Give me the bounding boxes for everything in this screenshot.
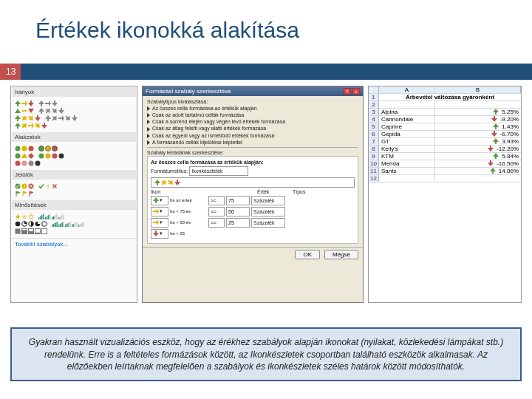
iconset-4ratings-bars[interactable] [38,214,64,219]
value-input[interactable] [226,207,250,216]
row-header[interactable]: 1 [369,94,379,100]
svg-rect-28 [50,214,51,220]
cell[interactable]: Merida [379,160,435,167]
column-header-b[interactable]: B [435,86,521,93]
iconset-4trafficlights[interactable] [38,153,64,159]
iconset-3arrows-colored[interactable] [15,100,34,106]
icon-dropdown[interactable]: ▾ [151,218,168,228]
iconset-3symbols-circled[interactable]: ! [15,183,34,189]
iconset-4arrows-colored[interactable] [15,115,41,121]
table-row: 7 GT 3.93% [369,138,521,146]
iconset-redtoblack[interactable] [15,160,41,166]
cell[interactable] [379,175,435,182]
cell[interactable]: Kelly's [379,146,435,152]
cell[interactable]: 5.84% [435,153,521,160]
sheet-title-cell[interactable]: Árbevétel változása gyáronként [379,94,521,100]
icon-dropdown[interactable]: ▾ [151,229,168,239]
svg-point-7 [16,154,21,159]
rule-type-option[interactable]: Csak a sorrend elején vagy végén lévő ér… [147,119,358,124]
cell[interactable]: 3.93% [435,138,521,145]
rule-type-option[interactable]: Csak az átlag feletti vagy alatti értéke… [147,126,358,131]
iconset-5arrows-gray[interactable] [45,115,78,121]
rule-text: ha az érték [170,198,207,202]
svg-point-14 [29,161,34,166]
row-header[interactable]: 2 [369,101,379,108]
operator-dropdown[interactable]: >= [208,218,225,228]
cell[interactable]: 1.43% [435,123,521,130]
iconset-3arrows-gray[interactable] [38,100,58,106]
gallery-section-header: Irányok [12,87,136,97]
cell[interactable]: -16.50% [435,160,521,167]
iconset-5boxes[interactable] [15,228,47,234]
cancel-button[interactable]: Mégse [324,250,358,259]
iconset-5arrows-colored[interactable] [15,123,47,129]
row-header[interactable]: 7 [369,138,379,145]
svg-point-1 [16,146,21,151]
svg-rect-24 [43,214,44,220]
ok-button[interactable]: OK [295,250,320,259]
iconset-3trafficlights-rimmed[interactable] [38,146,58,151]
row-header[interactable]: 10 [369,160,379,167]
close-button[interactable]: × [352,88,360,95]
iconset-3symbols[interactable]: ! [38,183,58,189]
iconset-3trafficlights[interactable] [15,146,34,151]
column-header-a[interactable]: A [379,86,435,93]
value-input[interactable] [226,218,250,228]
svg-rect-66 [83,222,84,227]
cell[interactable] [435,175,521,182]
row-header[interactable]: 3 [369,109,379,115]
type-dropdown[interactable]: Százalék [251,218,285,228]
cell[interactable]: GT [379,138,435,145]
cell[interactable]: Gepida [379,131,435,137]
icon-dropdown[interactable]: ▾ [151,196,168,205]
rule-type-option[interactable]: A formázandó cellák kijelölése képlettel [147,140,358,145]
cell[interactable]: Alpina [379,109,435,115]
rule-type-option[interactable]: Az összes cella formázása az értékük ala… [147,106,358,111]
rule-type-option[interactable]: Csak az egyedi vagy az ismétlődő értékek… [147,133,358,138]
row-header[interactable]: 12 [369,175,379,182]
row-header[interactable]: 8 [369,146,379,152]
row-header[interactable]: 9 [369,153,379,160]
iconset-5ratings-bars[interactable] [52,221,84,227]
svg-point-9 [46,154,51,159]
row-header[interactable]: 5 [369,123,379,130]
type-dropdown[interactable]: Százalék [251,207,285,216]
svg-rect-58 [73,224,74,227]
type-dropdown[interactable]: Százalék [251,196,285,205]
select-all-cell[interactable] [369,86,379,93]
cell[interactable] [379,101,435,108]
cell[interactable]: 5.25% [435,109,521,115]
cell[interactable]: Sants [379,168,435,174]
iconset-4arrows-gray[interactable] [38,108,64,114]
cell[interactable]: -9.20% [435,116,521,123]
cell[interactable]: KTM [379,153,435,160]
cell[interactable]: Caprine [379,123,435,130]
table-row: 4 Cannondale -9.20% [369,116,521,123]
row-header[interactable]: 11 [369,168,379,174]
style-dropdown[interactable]: Ikonkészletek [189,166,248,176]
cell[interactable]: -12.20% [435,146,521,152]
svg-point-6 [52,146,58,151]
cell[interactable]: 14.86% [435,168,521,174]
row-header[interactable]: 6 [369,131,379,137]
iconset-3flags[interactable] [15,191,34,197]
cell[interactable]: Cannondale [379,116,435,123]
svg-rect-50 [62,222,63,227]
svg-rect-64 [81,223,81,227]
cell[interactable]: -6.70% [435,131,521,137]
operator-dropdown[interactable]: >= [208,196,225,205]
iconset-preview[interactable] [151,177,355,188]
iconset-3stars[interactable] [15,214,34,219]
rule-type-option[interactable]: Csak az adott tartalmú cellák formázása [147,112,358,117]
row-header[interactable]: 4 [369,116,379,123]
svg-rect-69 [22,230,27,233]
icon-dropdown[interactable]: ▾ [151,207,168,216]
help-button[interactable]: ? [344,88,351,95]
more-rules-link[interactable]: További szabályok... [12,238,136,250]
iconset-3triangles[interactable] [15,108,34,114]
cell[interactable] [435,101,521,108]
iconset-5quarters[interactable] [15,221,47,227]
value-input[interactable] [226,196,250,205]
operator-dropdown[interactable]: >= [208,207,225,216]
iconset-3signs[interactable] [15,153,34,159]
